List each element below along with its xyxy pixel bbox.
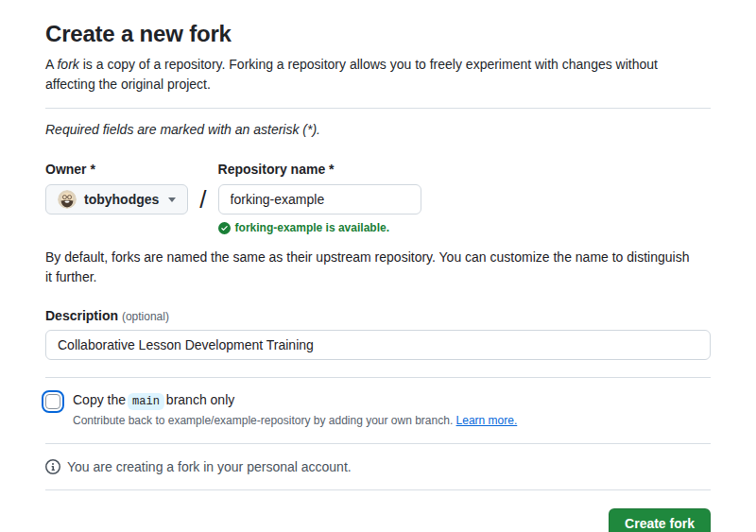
repo-name-label: Repository name * bbox=[218, 162, 421, 177]
owner-repo-row: Owner * tobyhodges / bbox=[45, 162, 711, 234]
description-input[interactable] bbox=[45, 330, 711, 360]
check-circle-icon bbox=[218, 222, 231, 234]
chevron-down-icon bbox=[168, 197, 176, 202]
description-label: Description bbox=[45, 308, 118, 323]
copy-main-branch-checkbox[interactable] bbox=[45, 394, 60, 409]
owner-field: Owner * tobyhodges bbox=[45, 162, 188, 215]
personal-account-text: You are creating a fork in your personal… bbox=[67, 459, 352, 474]
availability-message: forking-example is available. bbox=[218, 221, 421, 234]
repo-required-asterisk: * bbox=[329, 162, 334, 177]
copy-branch-texts: Copy themainbranch only Contribute back … bbox=[73, 392, 517, 427]
repo-name-field: Repository name * forking-example is ava… bbox=[218, 162, 421, 234]
copy-branch-row: Copy themainbranch only Contribute back … bbox=[45, 392, 711, 427]
required-fields-note: Required fields are marked with an aster… bbox=[45, 122, 711, 137]
learn-more-link[interactable]: Learn more. bbox=[456, 414, 518, 427]
form-actions: Create fork bbox=[45, 508, 711, 532]
description-field: Description (optional) bbox=[45, 308, 711, 360]
owner-required-asterisk: * bbox=[90, 162, 94, 177]
divider bbox=[45, 108, 711, 109]
divider bbox=[45, 377, 711, 378]
fork-italic: fork bbox=[57, 57, 78, 72]
avatar bbox=[58, 190, 77, 209]
repo-name-input[interactable] bbox=[218, 184, 421, 215]
owner-label: Owner * bbox=[45, 162, 188, 177]
owner-repo-separator: / bbox=[188, 162, 217, 215]
branch-name-token: main bbox=[128, 393, 164, 410]
copy-branch-label[interactable]: Copy themainbranch only bbox=[73, 392, 234, 407]
copy-branch-help: Contribute back to example/example-repos… bbox=[73, 414, 517, 427]
intro-text: A fork is a copy of a repository. Forkin… bbox=[45, 55, 711, 94]
availability-text: forking-example is available. bbox=[235, 221, 389, 234]
page-title: Create a new fork bbox=[45, 21, 711, 47]
description-optional-hint: (optional) bbox=[122, 310, 169, 323]
info-icon bbox=[45, 459, 60, 474]
description-label-line: Description (optional) bbox=[45, 308, 711, 323]
create-fork-button[interactable]: Create fork bbox=[609, 508, 711, 532]
create-fork-page: Create a new fork A fork is a copy of a … bbox=[0, 0, 756, 532]
owner-selected-value: tobyhodges bbox=[84, 192, 159, 207]
owner-select-button[interactable]: tobyhodges bbox=[45, 184, 188, 215]
personal-account-note: You are creating a fork in your personal… bbox=[45, 444, 711, 489]
naming-note: By default, forks are named the same as … bbox=[45, 248, 697, 287]
divider bbox=[45, 489, 711, 490]
